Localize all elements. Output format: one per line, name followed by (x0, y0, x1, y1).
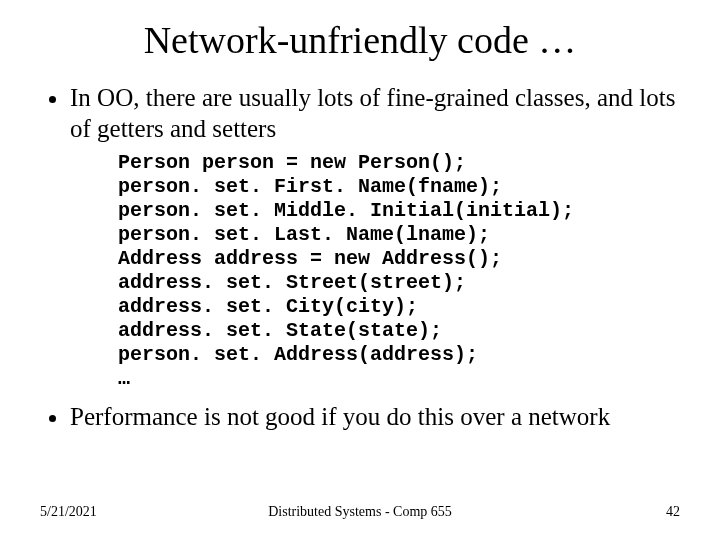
bullet-list-2: Performance is not good if you do this o… (40, 401, 680, 432)
code-block: Person person = new Person(); person. se… (118, 151, 680, 391)
slide-title: Network-unfriendly code … (40, 18, 680, 62)
footer-center: Distributed Systems - Comp 655 (40, 504, 680, 520)
bullet-2: Performance is not good if you do this o… (70, 401, 680, 432)
bullet-list: In OO, there are usually lots of fine-gr… (40, 82, 680, 145)
footer: 5/21/2021 Distributed Systems - Comp 655… (40, 504, 680, 520)
bullet-1: In OO, there are usually lots of fine-gr… (70, 82, 680, 145)
slide: Network-unfriendly code … In OO, there a… (0, 0, 720, 540)
